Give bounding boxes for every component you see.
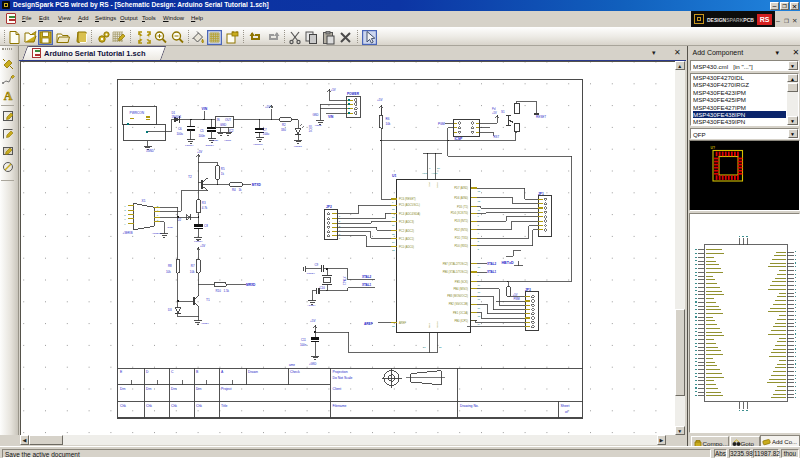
svg-text:R10: R10 [215, 289, 221, 293]
svg-text:100u: 100u [262, 132, 269, 136]
svg-text:A: A [4, 89, 13, 103]
svg-text:XTAL2: XTAL2 [487, 262, 497, 266]
svg-text:Sheet: Sheet [560, 403, 569, 407]
svg-text:XTAL1: XTAL1 [341, 276, 345, 285]
svg-text:Filename: Filename [332, 403, 346, 407]
svg-text:R7: R7 [190, 264, 194, 268]
svg-text:C5: C5 [200, 129, 204, 133]
svg-text:PD3 (INT1): PD3 (INT1) [454, 219, 468, 223]
svg-text:2GND4: 2GND4 [205, 143, 214, 146]
svg-text:Projection: Projection [332, 369, 347, 373]
svg-text:XTAL1: XTAL1 [362, 283, 372, 287]
svg-text:Do Not Scale: Do Not Scale [332, 375, 352, 379]
svg-text:PD6 (AIN0): PD6 (AIN0) [454, 195, 468, 199]
svg-text:IN: IN [216, 118, 219, 122]
svg-text:JP2: JP2 [326, 205, 332, 209]
svg-text:R8: R8 [168, 264, 172, 268]
svg-text:+5V: +5V [310, 319, 315, 323]
svg-text:JP1: JP1 [538, 191, 544, 195]
svg-text:100n: 100n [300, 343, 307, 347]
svg-text:1N4004: 1N4004 [171, 114, 181, 118]
svg-text:R4: R4 [232, 188, 236, 192]
svg-text:+5V: +5V [512, 293, 517, 297]
svg-text:PC3 (ADC3): PC3 (ADC3) [399, 219, 414, 223]
svg-text:1GND4: 1GND4 [185, 143, 194, 146]
svg-text:Drawn: Drawn [248, 370, 258, 374]
svg-text:+GND4: +GND4 [307, 303, 316, 306]
svg-text:XTAL2: XTAL2 [362, 275, 372, 279]
svg-text:+GND10: +GND10 [151, 232, 161, 235]
svg-text:PB3 (MOSI/OC2): PB3 (MOSI/OC2) [447, 294, 468, 298]
svg-text:VIN: VIN [201, 107, 207, 111]
svg-text:LED1: LED1 [307, 125, 311, 133]
svg-text:RST: RST [493, 135, 499, 139]
svg-text:100u: 100u [176, 131, 183, 135]
svg-text:HBTxD: HBTxD [501, 261, 513, 265]
svg-text:1GND: 1GND [146, 148, 154, 152]
svg-text:Check: Check [290, 370, 300, 374]
svg-text:MTXD: MTXD [251, 182, 261, 186]
svg-text:Chk: Chk [120, 403, 126, 407]
svg-text:T1: T1 [206, 298, 210, 302]
svg-text:Chk: Chk [196, 403, 202, 407]
svg-text:PWM: PWM [513, 297, 519, 301]
svg-text:R5: R5 [220, 167, 224, 171]
svg-text:+5V: +5V [197, 150, 202, 154]
svg-text:Drn: Drn [171, 387, 177, 391]
svg-text:R3: R3 [201, 201, 205, 205]
svg-text:RESET: RESET [536, 115, 546, 119]
svg-text:AVCC: AVCC [436, 182, 438, 189]
svg-text:C6: C6 [178, 127, 182, 131]
svg-text:PB1 (OC1A): PB1 (OC1A) [453, 310, 468, 314]
svg-text:+5V: +5V [377, 98, 382, 102]
svg-text:PD5 (T1): PD5 (T1) [457, 204, 468, 208]
svg-text:AREF: AREF [364, 322, 373, 326]
svg-text:4GND: 4GND [224, 139, 231, 142]
svg-text:PD1 (TXD): PD1 (TXD) [454, 236, 467, 240]
svg-text:POWER: POWER [346, 92, 359, 96]
svg-text:PC5 (ADC5/SCL): PC5 (ADC5/SCL) [399, 203, 420, 207]
svg-text:C9: C9 [314, 262, 318, 266]
svg-text:C10: C10 [319, 286, 325, 290]
svg-text:PB5 (SCK): PB5 (SCK) [454, 279, 467, 283]
svg-text:PB2 (SS/OC1B): PB2 (SS/OC1B) [448, 302, 467, 306]
svg-text:R2: R2 [282, 123, 286, 127]
svg-text:Drn: Drn [196, 387, 202, 391]
svg-text:Title: Title [221, 403, 227, 407]
svg-text:ame: ame [289, 362, 295, 366]
svg-text:+5V: +5V [200, 244, 205, 248]
svg-text:+GND: +GND [309, 362, 316, 366]
svg-text:VCC: VCC [422, 172, 427, 175]
svg-text:Drn: Drn [120, 387, 126, 391]
svg-text:PB6 (XTAL1/TOSC1): PB6 (XTAL1/TOSC1) [442, 270, 467, 274]
svg-text:100n: 100n [198, 133, 205, 137]
svg-text:PD7 (AIN1): PD7 (AIN1) [454, 186, 468, 190]
svg-text:Client: Client [332, 387, 341, 391]
svg-text:MRXD: MRXD [246, 282, 256, 286]
svg-text:AREF: AREF [399, 320, 407, 324]
svg-text:1GND4: 1GND4 [194, 239, 203, 242]
svg-text:AVCC: AVCC [431, 172, 438, 175]
svg-text:1GND4: 1GND4 [306, 272, 315, 275]
svg-text:C8: C8 [204, 224, 208, 228]
svg-text:U1: U1 [392, 174, 396, 178]
svg-text:10k: 10k [385, 121, 390, 125]
svg-text:T2: T2 [188, 175, 192, 179]
svg-text:PB7 (XTAL2/TOSC2): PB7 (XTAL2/TOSC2) [442, 261, 467, 265]
svg-text:OUT: OUT [225, 118, 231, 122]
svg-text:D1: D1 [171, 111, 175, 115]
svg-text:S1: S1 [501, 109, 505, 113]
svg-text:U?: U? [711, 146, 716, 150]
svg-text:1.5k: 1.5k [223, 289, 229, 293]
svg-text:4GND10: 4GND10 [253, 142, 263, 145]
svg-text:Drn: Drn [146, 387, 152, 391]
svg-text:C11: C11 [301, 338, 306, 342]
svg-text:Chk: Chk [171, 403, 177, 407]
svg-text:PWRCON: PWRCON [129, 111, 144, 115]
svg-text:10k: 10k [189, 269, 194, 273]
svg-text:Project: Project [221, 387, 232, 391]
svg-text:VIN: VIN [328, 114, 334, 118]
svg-text:of: of [565, 409, 568, 413]
svg-text:4REF: 4REF [212, 139, 219, 142]
svg-text:PC6 (RESET): PC6 (RESET) [399, 197, 416, 201]
